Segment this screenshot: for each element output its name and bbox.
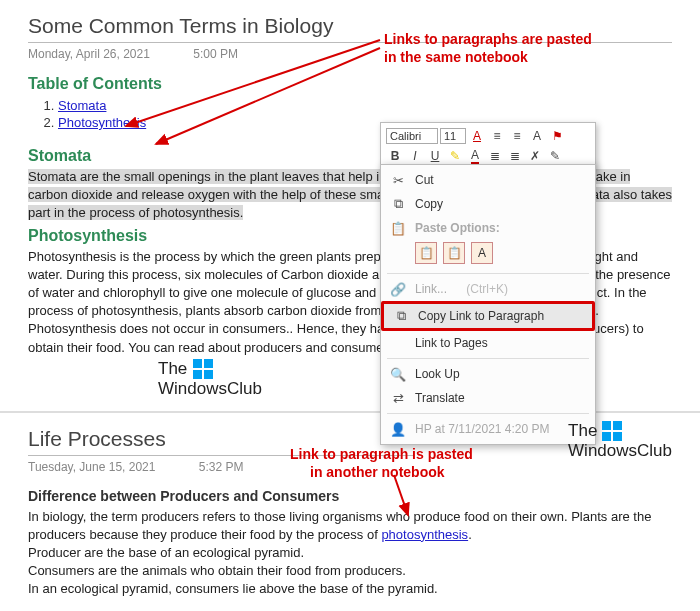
svg-rect-4 <box>193 359 202 368</box>
toc-item-stomata: Stomata <box>58 97 672 114</box>
menu-lookup[interactable]: 🔍 Look Up <box>381 362 595 386</box>
paste-merge-formatting[interactable]: 📋 <box>443 242 465 264</box>
menu-cut[interactable]: ✂ Cut <box>381 168 595 192</box>
paste-options-label: 📋 Paste Options: <box>381 216 595 240</box>
cut-icon: ✂ <box>389 172 407 188</box>
watermark-line2: WindowsClub <box>158 379 262 399</box>
page2-body2[interactable]: Producer are the base of an ecological p… <box>28 544 672 562</box>
context-menu: ✂ Cut ⧉ Copy 📋 Paste Options: 📋 📋 A 🔗 Li… <box>380 164 596 445</box>
menu-translate[interactable]: ⇄ Translate <box>381 386 595 410</box>
menu-copy[interactable]: ⧉ Copy <box>381 192 595 216</box>
svg-rect-7 <box>204 370 213 379</box>
watermark: The <box>158 359 219 379</box>
bold-icon[interactable]: B <box>386 147 404 165</box>
styles-icon[interactable]: A <box>528 127 546 145</box>
page2-body1[interactable]: In biology, the term producers refers to… <box>28 508 672 544</box>
size-select[interactable]: 11 <box>440 128 466 144</box>
windowsclub-logo-icon <box>193 359 213 379</box>
lookup-icon: 🔍 <box>389 366 407 382</box>
tag-icon[interactable]: ⚑ <box>548 127 566 145</box>
svg-rect-6 <box>193 370 202 379</box>
copy-icon: ⧉ <box>389 196 407 212</box>
link-icon: 🔗 <box>389 281 407 297</box>
page-biology: Some Common Terms in Biology Monday, Apr… <box>0 0 700 411</box>
bullets-icon[interactable]: ≣ <box>486 147 504 165</box>
annotation-link-another-notebook: Link to paragraph is pasted in another n… <box>290 445 473 481</box>
mini-toolbar: Calibri 11 A ≡ ≡ A ⚑ B I U ✎ A ≣ ≣ ✗ ✎ <box>380 122 596 170</box>
numbering-icon[interactable]: ≣ <box>506 147 524 165</box>
font-color2-icon[interactable]: A <box>466 147 484 165</box>
font-select[interactable]: Calibri <box>386 128 438 144</box>
paste-options-row: 📋 📋 A <box>381 240 595 270</box>
paste-keep-formatting[interactable]: 📋 <box>415 242 437 264</box>
highlight-icon[interactable]: ✎ <box>446 147 464 165</box>
difference-heading: Difference between Producers and Consume… <box>28 488 672 504</box>
photosynthesis-link[interactable]: photosynthesis <box>381 527 468 542</box>
menu-copy-link-to-paragraph[interactable]: ⧉ Copy Link to Paragraph <box>381 301 595 331</box>
toc-link-stomata[interactable]: Stomata <box>58 98 106 113</box>
italic-icon[interactable]: I <box>406 147 424 165</box>
translate-icon: ⇄ <box>389 390 407 406</box>
page2-body3[interactable]: Consumers are the animals who obtain the… <box>28 562 672 580</box>
menu-link-to-pages[interactable]: Link to Pages <box>381 331 595 355</box>
windowsclub-logo-icon <box>602 421 622 441</box>
format-painter-icon[interactable]: ✎ <box>546 147 564 165</box>
clipboard-icon: 📋 <box>389 220 407 236</box>
page-life-processes: Life Processes Tuesday, June 15, 2021 5:… <box>0 413 700 609</box>
svg-rect-5 <box>204 359 213 368</box>
indent-icon[interactable]: ≡ <box>508 127 526 145</box>
clear-format-icon[interactable]: ✗ <box>526 147 544 165</box>
page2-body4[interactable]: In an ecological pyramid, consumers lie … <box>28 580 672 598</box>
menu-link: 🔗 Link... (Ctrl+K) <box>381 277 595 301</box>
svg-rect-12 <box>602 432 611 441</box>
svg-rect-11 <box>613 421 622 430</box>
underline-icon[interactable]: U <box>426 147 444 165</box>
copy-link-icon: ⧉ <box>392 308 410 324</box>
svg-rect-13 <box>613 432 622 441</box>
outdent-icon[interactable]: ≡ <box>488 127 506 145</box>
font-color-icon[interactable]: A <box>468 127 486 145</box>
watermark2: The WindowsClub <box>568 421 672 462</box>
annotation-links-same-notebook: Links to paragraphs are pasted in the sa… <box>384 30 592 66</box>
svg-rect-10 <box>602 421 611 430</box>
toc-link-photosynthesis[interactable]: Photosynthesis <box>58 115 146 130</box>
toc-heading: Table of Contents <box>28 75 672 93</box>
paste-text-only[interactable]: A <box>471 242 493 264</box>
